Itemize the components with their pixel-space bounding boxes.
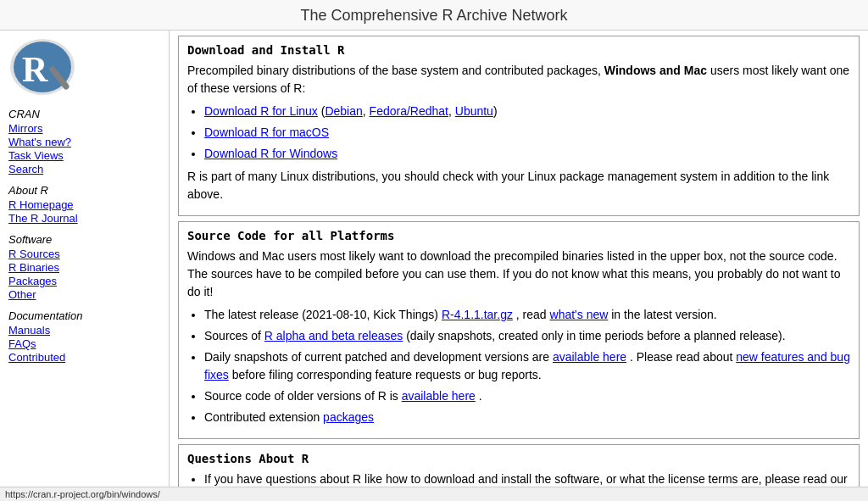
sidebar-link-search[interactable]: Search	[8, 163, 160, 175]
cran-label: CRAN	[8, 108, 160, 120]
source-item-2: Sources of R alpha and beta releases (da…	[204, 327, 850, 345]
fedora-link[interactable]: Fedora/Redhat	[370, 104, 448, 118]
sidebar-link-contributed[interactable]: Contributed	[8, 351, 160, 364]
source-box-title: Source Code for all Platforms	[187, 229, 850, 242]
documentation-label: Documentation	[8, 309, 160, 322]
sidebar-link-taskviews[interactable]: Task Views	[8, 149, 160, 162]
download-linux-link[interactable]: Download R for Linux	[204, 104, 318, 118]
source-item-1: The latest release (2021-08-10, Kick Thi…	[204, 306, 850, 324]
windows-list-item: Download R for Windows	[204, 145, 850, 163]
questions-list: If you have questions about R like how t…	[204, 470, 850, 487]
sidebar-link-whatsnew[interactable]: What's new?	[8, 136, 160, 148]
r-logo: R	[8, 37, 160, 99]
debian-link[interactable]: Debian	[325, 104, 362, 118]
questions-box-title: Questions About R	[187, 452, 850, 465]
statusbar: https://cran.r-project.org/bin/windows/	[0, 487, 868, 501]
source-item-5: Contributed extension packages	[204, 409, 850, 426]
sidebar-link-rjournal[interactable]: The R Journal	[8, 212, 160, 225]
sidebar-link-other[interactable]: Other	[8, 288, 160, 301]
software-label: Software	[8, 233, 160, 246]
main-content: Download and Install R Precompiled binar…	[170, 31, 868, 487]
svg-text:R: R	[22, 50, 48, 89]
source-intro: Windows and Mac users most likely want t…	[187, 248, 850, 301]
sidebar-link-packages[interactable]: Packages	[8, 275, 160, 287]
available-here-link-1[interactable]: available here	[553, 350, 626, 364]
source-item-3: Daily snapshots of current patched and d…	[204, 348, 850, 384]
sidebar-link-mirrors[interactable]: Mirrors	[8, 122, 160, 135]
download-intro: Precompiled binary distributions of the …	[187, 62, 850, 97]
sidebar: R CRAN Mirrors What's new? Task Views Se…	[0, 31, 170, 487]
download-macos-link[interactable]: Download R for macOS	[204, 125, 329, 139]
available-here-link-2[interactable]: available here	[402, 389, 476, 403]
sidebar-link-rsources[interactable]: R Sources	[8, 248, 160, 260]
source-item-4: Source code of older versions of R is av…	[204, 387, 850, 405]
ubuntu-link[interactable]: Ubuntu	[455, 104, 493, 118]
download-box-title: Download and Install R	[187, 43, 850, 57]
sidebar-link-rhomepage[interactable]: R Homepage	[8, 198, 160, 211]
macos-list-item: Download R for macOS	[204, 124, 850, 142]
linux-list-item: Download R for Linux (Debian, Fedora/Red…	[204, 103, 850, 120]
source-box: Source Code for all Platforms Windows an…	[178, 221, 860, 439]
sidebar-link-manuals[interactable]: Manuals	[8, 324, 160, 337]
statusbar-url: https://cran.r-project.org/bin/windows/	[5, 489, 160, 499]
download-footer: R is part of many Linux distributions, y…	[187, 168, 850, 203]
page-title: The Comprehensive R Archive Network	[300, 7, 567, 24]
download-links-list: Download R for Linux (Debian, Fedora/Red…	[204, 103, 850, 163]
questions-box: Questions About R If you have questions …	[178, 444, 860, 487]
sidebar-link-faqs[interactable]: FAQs	[8, 337, 160, 350]
source-list: The latest release (2021-08-10, Kick Thi…	[204, 306, 850, 426]
questions-item-1: If you have questions about R like how t…	[204, 470, 850, 487]
download-windows-link[interactable]: Download R for Windows	[204, 147, 337, 160]
page-header: The Comprehensive R Archive Network	[0, 0, 868, 31]
tarball-link[interactable]: R-4.1.1.tar.gz	[442, 308, 513, 321]
sidebar-link-rbinaries[interactable]: R Binaries	[8, 261, 160, 274]
about-r-label: About R	[8, 184, 160, 197]
whatsnew-link[interactable]: what's new	[550, 308, 609, 321]
alpha-beta-link[interactable]: R alpha and beta releases	[264, 329, 403, 342]
packages-link[interactable]: packages	[323, 410, 374, 424]
download-box: Download and Install R Precompiled binar…	[178, 36, 860, 216]
